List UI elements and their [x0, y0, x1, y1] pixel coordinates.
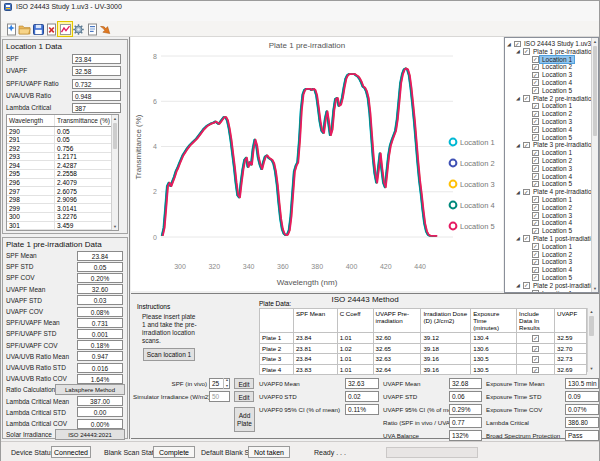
include-checkbox[interactable]: ✓ — [532, 356, 539, 363]
legend-item-location-5[interactable]: Location 5 — [450, 222, 495, 231]
tree-item-location-1[interactable]: ✓Location 1 — [505, 149, 598, 157]
field-value-spf-mean[interactable]: 23.84 — [77, 251, 123, 261]
expander-icon[interactable]: ◢ — [516, 48, 520, 54]
field-value-spf-std[interactable]: 0.05 — [77, 262, 123, 272]
table-row[interactable]: 2972.6075 — [7, 187, 118, 196]
tree-item-location-3[interactable]: ✓Location 3 — [505, 165, 598, 173]
plate-data-table[interactable]: SPF MeanC CoeffUVAPF Pre-irradiationIrra… — [259, 308, 587, 375]
tree-label[interactable]: Location 5 — [540, 180, 574, 188]
field-value-uvapf-cov[interactable]: 0.08% — [77, 307, 123, 317]
open-study-icon[interactable] — [18, 22, 32, 36]
tree-label[interactable]: Location 3 — [540, 71, 574, 79]
tree-item-location-1[interactable]: ✓Location 1 — [505, 243, 598, 251]
table-row[interactable]: 2962.4079 — [7, 179, 118, 188]
tree-label[interactable]: Location 3 — [540, 258, 574, 266]
expander-icon[interactable]: ◢ — [516, 189, 520, 195]
exposure-time-std-value[interactable]: 0.09 — [565, 391, 599, 402]
tree-item-plate-2-pre-irradiation[interactable]: ◢✓Plate 2 pre-irradiation — [505, 95, 598, 103]
table-row[interactable]: 2920.756 — [7, 144, 118, 153]
scan-location-button[interactable]: Scan location 1 — [143, 348, 195, 361]
legend-item-location-2[interactable]: Location 2 — [450, 159, 495, 168]
expander-icon[interactable]: ◢ — [516, 282, 520, 288]
tree-checkbox[interactable]: ✓ — [532, 150, 539, 157]
field-value-spf-uvapf-std[interactable]: 0.001 — [77, 329, 123, 339]
tree-checkbox[interactable]: ✓ — [532, 103, 539, 110]
tree-item-location-3[interactable]: ✓Location 3 — [505, 212, 598, 220]
tree-label[interactable]: Location 4 — [540, 173, 574, 181]
tree-scrollbar[interactable]: ▲▼ — [591, 38, 598, 292]
tree-checkbox[interactable]: ✓ — [523, 95, 530, 102]
tree-item-location-1[interactable]: ✓Location 1 — [505, 196, 598, 204]
include-checkbox[interactable]: ✓ — [532, 346, 539, 353]
exposure-time-cov-value[interactable]: 0.07% — [565, 404, 599, 415]
tree-checkbox[interactable]: ✓ — [532, 173, 539, 180]
tree-checkbox[interactable]: ✓ — [532, 72, 539, 79]
tree-checkbox[interactable]: ✓ — [523, 48, 530, 55]
uvapf0-mean-value[interactable]: 32.63 — [345, 378, 379, 389]
table-row[interactable]: 2993.0141 — [7, 204, 118, 213]
tree-item-location-1[interactable]: ✓Location 1 — [505, 56, 598, 64]
field-value-uvapf-mean[interactable]: 32.60 — [77, 284, 123, 294]
simulator-irradiance-field[interactable]: 50 — [209, 391, 230, 402]
tree-item-iso-24443-study-1-uv3[interactable]: ◢✓ISO 24443 Study 1.uv3 — [505, 40, 598, 48]
tree-checkbox[interactable]: ✓ — [523, 189, 530, 196]
expander-icon[interactable]: ◢ — [507, 41, 511, 47]
field-value-uvapf[interactable]: 32.58 — [72, 66, 121, 76]
col-header-wavelength[interactable]: Wavelength — [7, 115, 55, 126]
tree-item-location-3[interactable]: ✓Location 3 — [505, 258, 598, 266]
expander-icon[interactable]: ◢ — [516, 95, 520, 101]
tree-checkbox[interactable]: ✓ — [532, 220, 539, 227]
tree-checkbox[interactable]: ✓ — [532, 212, 539, 219]
uvapf-95-ci-of-mean-value[interactable]: 0.29% — [449, 404, 482, 415]
wavelength-table-scrollbar[interactable]: ▲▼ — [111, 115, 118, 230]
new-study-icon[interactable] — [4, 22, 18, 36]
tree-item-location-3[interactable]: ✓Location 3 — [505, 71, 598, 79]
tree-label[interactable]: Location 4 — [540, 126, 574, 134]
solar-irradiance-button[interactable]: ISO 24443:2021 — [55, 429, 125, 440]
uvapf-std-value[interactable]: 0.06 — [449, 391, 482, 402]
legend-item-location-3[interactable]: Location 3 — [450, 180, 495, 189]
tree-label[interactable]: Location 2 — [540, 204, 574, 212]
table-row[interactable]: 2942.4287 — [7, 161, 118, 170]
tree-checkbox[interactable]: ✓ — [532, 196, 539, 203]
table-row[interactable]: 2931.2171 — [7, 153, 118, 162]
tree-checkbox[interactable]: ✓ — [532, 134, 539, 141]
cell-include[interactable]: ✓ — [517, 354, 555, 365]
tree-checkbox[interactable]: ✓ — [523, 142, 530, 149]
broad-spectrum-protection-value[interactable]: Pass — [565, 430, 599, 441]
tree-label[interactable]: Location 2 — [540, 63, 574, 71]
tree-item-plate-2-post-irradiation[interactable]: ◢✓Plate 2 post-irradiation — [505, 282, 598, 290]
tree-label[interactable]: Location 1 — [540, 196, 574, 204]
tree-item-location-3[interactable]: ✓Location 3 — [505, 118, 598, 126]
uvapf-mean-value[interactable]: 32.68 — [449, 378, 482, 389]
uvapf0-95-ci-of-mean-value[interactable]: 0.11% — [345, 404, 379, 415]
tree-label[interactable]: Location 3 — [540, 165, 574, 173]
tree-label[interactable]: Plate 2 post-irradiation — [531, 282, 599, 290]
tree-label[interactable]: Location 1 — [540, 149, 574, 157]
graph-icon[interactable] — [58, 22, 72, 36]
cell-include[interactable]: ✓ — [517, 333, 555, 344]
table-row[interactable]: 2910.05 — [7, 136, 118, 145]
tree-checkbox[interactable]: ✓ — [532, 251, 539, 258]
tree-item-location-5[interactable]: ✓Location 5 — [505, 134, 598, 142]
add-plate-button[interactable]: AddPlate — [234, 407, 255, 432]
tree-checkbox[interactable]: ✓ — [514, 41, 521, 48]
tree-checkbox[interactable]: ✓ — [532, 165, 539, 172]
close-study-icon[interactable] — [45, 22, 59, 36]
tree-item-location-2[interactable]: ✓Location 2 — [505, 63, 598, 71]
field-value-spf-uvapf-cov[interactable]: 0.18% — [77, 340, 123, 350]
tree-label[interactable]: Location 5 — [540, 227, 574, 235]
export-icon[interactable] — [99, 22, 113, 36]
include-checkbox[interactable]: ✓ — [532, 335, 539, 342]
tree-checkbox[interactable]: ✓ — [532, 157, 539, 164]
tree-label[interactable]: Location 1 — [540, 102, 574, 110]
edit-irradiance-button[interactable]: Edit — [234, 391, 254, 402]
field-value-uva-uvb-ratio-mean[interactable]: 0.947 — [77, 351, 123, 361]
tree-checkbox[interactable]: ✓ — [532, 118, 539, 125]
tree-checkbox[interactable]: ✓ — [532, 87, 539, 94]
tree-checkbox[interactable]: ✓ — [532, 204, 539, 211]
plate-table-scrollbar[interactable]: ▲▼ — [587, 308, 595, 372]
tree-item-plate-4-pre-irradiation[interactable]: ◢✓Plate 4 pre-irradiation — [505, 188, 598, 196]
tree-label[interactable]: Plate 1 pre-irradiation — [531, 48, 597, 56]
instrument-settings-icon[interactable] — [72, 22, 86, 36]
